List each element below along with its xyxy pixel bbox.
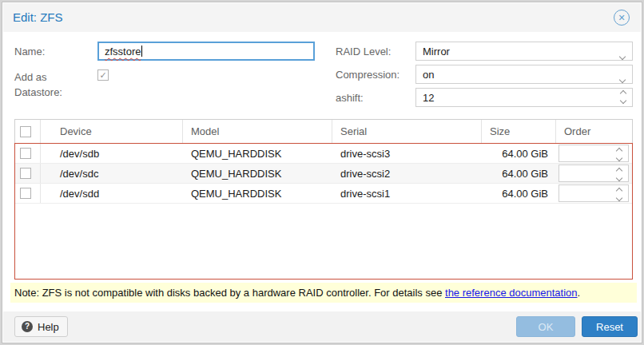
datastore-checkbox[interactable]: ✓ <box>97 69 109 81</box>
cell-device: /dev/sdd <box>41 184 183 203</box>
dialog-titlebar: Edit: ZFS ✕ <box>3 3 641 32</box>
cell-size: 64.00 GiB <box>482 144 556 163</box>
cell-serial: drive-scsi3 <box>332 144 482 163</box>
ashift-spinner[interactable]: 12 <box>415 88 633 107</box>
name-value: zfsstore <box>105 46 141 58</box>
chevron-down-icon[interactable] <box>620 73 625 85</box>
spinner-arrows-icon[interactable] <box>617 149 622 161</box>
row-checkbox[interactable] <box>20 168 31 179</box>
spinner-arrows-icon[interactable] <box>621 91 626 103</box>
table-row[interactable]: /dev/sdc QEMU_HARDDISK drive-scsi2 64.00… <box>15 164 632 184</box>
cell-device: /dev/sdc <box>41 164 183 183</box>
edit-zfs-dialog: Edit: ZFS ✕ Name: zfsstore Add as Datast… <box>0 0 644 345</box>
help-button-label: Help <box>38 321 59 333</box>
table-row[interactable]: /dev/sdd QEMU_HARDDISK drive-scsi1 64.00… <box>15 184 632 204</box>
order-spinner[interactable] <box>559 184 629 202</box>
column-header-serial[interactable]: Serial <box>332 120 482 143</box>
order-spinner[interactable] <box>559 145 629 162</box>
spinner-arrows-icon[interactable] <box>617 169 622 180</box>
column-header-device[interactable]: Device <box>41 120 183 143</box>
zfs-note: Note: ZFS is not compatible with disks b… <box>10 283 637 303</box>
dialog-title: Edit: ZFS <box>13 10 63 24</box>
compression-label: Compression: <box>336 69 400 81</box>
help-icon: ? <box>22 321 33 332</box>
ok-button[interactable]: OK <box>516 316 575 337</box>
cell-model: QEMU_HARDDISK <box>183 144 332 163</box>
close-icon[interactable]: ✕ <box>614 10 630 26</box>
text-caret <box>141 46 142 57</box>
spinner-arrows-icon[interactable] <box>617 188 622 200</box>
close-glyph: ✕ <box>618 14 625 22</box>
reference-documentation-link[interactable]: the reference documentation <box>445 287 578 299</box>
compression-value: on <box>423 69 434 81</box>
cell-device: /dev/sdb <box>41 144 183 163</box>
reset-button-label: Reset <box>596 321 623 333</box>
column-header-size[interactable]: Size <box>482 120 556 143</box>
cell-model: QEMU_HARDDISK <box>183 164 332 183</box>
ok-button-label: OK <box>539 321 554 333</box>
raid-level-label: RAID Level: <box>336 46 391 58</box>
column-header-order[interactable]: Order <box>556 120 632 143</box>
chevron-down-icon[interactable] <box>620 50 625 61</box>
dialog-footer: ? Help OK Reset <box>3 311 641 342</box>
select-all-checkbox[interactable] <box>20 126 31 137</box>
cell-size: 64.00 GiB <box>482 184 556 203</box>
cell-serial: drive-scsi2 <box>332 164 482 183</box>
raid-level-select[interactable]: Mirror <box>415 42 633 61</box>
note-text-end: . <box>578 287 581 299</box>
row-checkbox[interactable] <box>20 188 31 199</box>
cell-model: QEMU_HARDDISK <box>183 184 332 203</box>
order-spinner[interactable] <box>559 165 629 182</box>
ashift-label: ashift: <box>336 92 364 104</box>
disk-table-header: Device Model Serial Size Order <box>14 119 633 143</box>
checkmark-icon: ✓ <box>99 70 106 80</box>
column-header-model[interactable]: Model <box>183 120 332 143</box>
disk-table-body: /dev/sdb QEMU_HARDDISK drive-scsi3 64.00… <box>14 143 633 280</box>
cell-serial: drive-scsi1 <box>332 184 482 203</box>
compression-select[interactable]: on <box>415 65 633 84</box>
ashift-value: 12 <box>423 92 434 104</box>
row-checkbox[interactable] <box>20 148 31 159</box>
note-text: Note: ZFS is not compatible with disks b… <box>14 287 445 299</box>
cell-size: 64.00 GiB <box>482 164 556 183</box>
datastore-label: Add as Datastore: <box>14 69 86 100</box>
reset-button[interactable]: Reset <box>582 316 638 337</box>
name-label: Name: <box>14 46 45 58</box>
help-button[interactable]: ? Help <box>14 316 68 337</box>
name-input[interactable]: zfsstore <box>97 42 315 61</box>
raid-level-value: Mirror <box>423 46 450 58</box>
table-row[interactable]: /dev/sdb QEMU_HARDDISK drive-scsi3 64.00… <box>15 144 632 164</box>
